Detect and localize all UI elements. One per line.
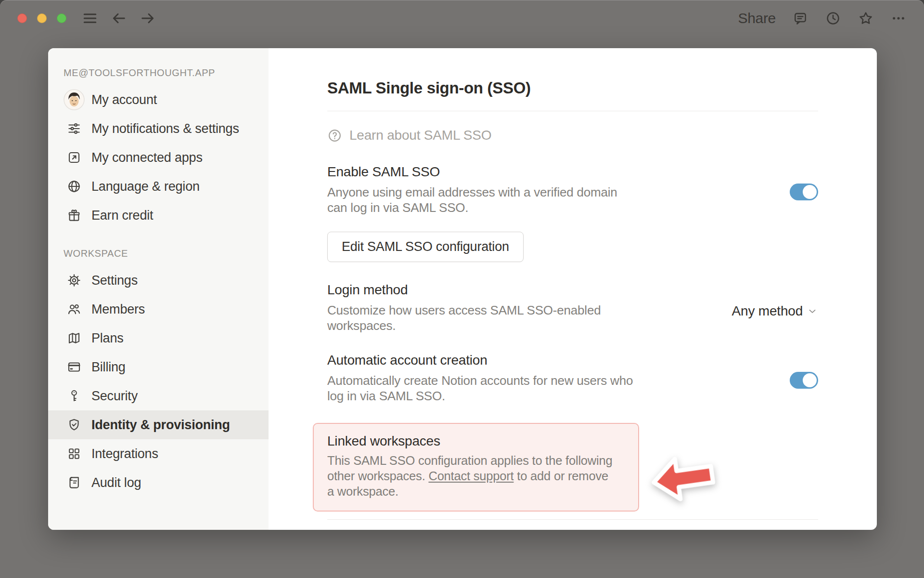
sidebar-item-label: My account (91, 92, 157, 107)
learn-link-label: Learn about SAML SSO (349, 128, 491, 143)
sidebar-item-plans[interactable]: Plans (48, 324, 269, 353)
minimize-window-button[interactable] (37, 13, 47, 23)
login-method-title: Login method (327, 282, 611, 298)
red-annotation-arrow-icon (646, 447, 719, 509)
login-method-value: Any method (732, 303, 803, 319)
sidebar-workspace-list: SettingsMembersPlansBillingSecurityIdent… (48, 266, 269, 497)
auto-account-section: Automatic account creation Automatically… (327, 353, 818, 404)
sidebar-item-my-account[interactable]: My account (48, 85, 269, 114)
linked-workspaces-title: Linked workspaces (327, 434, 625, 449)
sidebar-item-integrations[interactable]: Integrations (48, 439, 269, 468)
toggle-knob (803, 373, 817, 387)
contact-support-link[interactable]: Contact support (428, 469, 513, 483)
linked-workspaces-description: This SAML SSO configuration applies to t… (327, 453, 616, 499)
bottom-divider (327, 519, 818, 520)
share-button[interactable]: Share (738, 10, 776, 26)
shield-check-icon (64, 414, 85, 435)
comment-icon[interactable] (792, 10, 808, 26)
sidebar-item-label: Earn credit (91, 208, 153, 223)
sliders-icon (64, 118, 85, 139)
enable-saml-section: Enable SAML SSO Anyone using email addre… (327, 164, 818, 215)
account-email-header: ME@TOOLSFORTHOUGHT.APP (64, 67, 269, 79)
login-method-text: Login method Customize how users access … (327, 282, 611, 333)
sidebar-item-label: Plans (91, 331, 124, 346)
gift-icon (64, 205, 85, 226)
login-method-section: Login method Customize how users access … (327, 282, 818, 333)
title-divider (327, 111, 818, 111)
page-title: SAML Single sign-on (SSO) (327, 79, 818, 97)
enable-saml-description: Anyone using email addresses with a veri… (327, 184, 638, 215)
enable-saml-title: Enable SAML SSO (327, 164, 638, 180)
login-method-dropdown[interactable]: Any method (732, 303, 818, 319)
arrow-up-right-box-icon (64, 147, 85, 168)
ellipsis-icon[interactable] (890, 10, 907, 26)
auto-account-title: Automatic account creation (327, 353, 635, 368)
sidebar-item-my-notifications-settings[interactable]: My notifications & settings (48, 114, 269, 143)
sidebar-item-label: Members (91, 302, 145, 317)
star-icon[interactable] (858, 10, 874, 26)
clock-icon[interactable] (825, 10, 841, 26)
sidebar-item-label: Audit log (91, 475, 141, 490)
help-circle-icon (327, 128, 342, 143)
workspace-section-header: WORKSPACE (64, 248, 269, 259)
sidebar-item-language-region[interactable]: Language & region (48, 172, 269, 201)
sidebar-item-earn-credit[interactable]: Earn credit (48, 201, 269, 230)
enable-saml-toggle[interactable] (790, 184, 818, 200)
sidebar-item-label: Identity & provisioning (91, 418, 230, 433)
toggle-knob (803, 185, 817, 199)
settings-sidebar: ME@TOOLSFORTHOUGHT.APP My accountMy noti… (48, 48, 269, 530)
screen: Share ME@TOOLSFORTHOUGHT.APP My accountM… (0, 0, 924, 578)
back-arrow-icon[interactable] (111, 10, 127, 26)
titlebar: Share (0, 0, 924, 37)
enable-saml-text: Enable SAML SSO Anyone using email addre… (327, 164, 638, 215)
sidebar-item-security[interactable]: Security (48, 381, 269, 410)
members-icon (64, 299, 85, 320)
window-controls (17, 13, 66, 23)
learn-about-saml-link[interactable]: Learn about SAML SSO (327, 128, 491, 143)
forward-arrow-icon[interactable] (140, 10, 156, 26)
edit-saml-config-button[interactable]: Edit SAML SSO configuration (327, 232, 524, 262)
sidebar-item-label: Language & region (91, 179, 200, 194)
close-window-button[interactable] (17, 13, 27, 23)
globe-icon (64, 176, 85, 197)
scroll-icon (64, 472, 85, 493)
chevron-down-icon (807, 305, 818, 317)
settings-content: SAML Single sign-on (SSO) Learn about SA… (269, 48, 877, 530)
sidebar-item-settings[interactable]: Settings (48, 266, 269, 295)
sidebar-item-members[interactable]: Members (48, 295, 269, 324)
linked-workspaces-highlight-box: Linked workspaces This SAML SSO configur… (313, 423, 639, 512)
sidebar-item-label: Settings (91, 273, 138, 288)
auto-account-description: Automatically create Notion accounts for… (327, 373, 635, 404)
sidebar-item-label: Security (91, 389, 138, 404)
titlebar-actions (792, 10, 907, 26)
sidebar-item-my-connected-apps[interactable]: My connected apps (48, 143, 269, 172)
sidebar-item-audit-log[interactable]: Audit log (48, 468, 269, 497)
menu-icon[interactable] (82, 10, 98, 26)
map-icon (64, 328, 85, 349)
sidebar-item-label: My connected apps (91, 150, 203, 165)
app-window: Share ME@TOOLSFORTHOUGHT.APP My accountM… (0, 0, 924, 578)
gear-icon (64, 270, 85, 291)
sidebar-item-identity-provisioning[interactable]: Identity & provisioning (48, 410, 269, 439)
key-icon (64, 385, 85, 407)
auto-account-text: Automatic account creation Automatically… (327, 353, 635, 404)
login-method-description: Customize how users access SAML SSO-enab… (327, 302, 611, 333)
zoom-window-button[interactable] (57, 13, 66, 23)
sidebar-item-label: Billing (91, 360, 126, 375)
grid-icon (64, 443, 85, 464)
sidebar-item-billing[interactable]: Billing (48, 353, 269, 381)
sidebar-item-label: Integrations (91, 447, 158, 461)
settings-modal: ME@TOOLSFORTHOUGHT.APP My accountMy noti… (48, 48, 877, 530)
avatar-icon (64, 89, 85, 110)
credit-card-icon (64, 356, 85, 378)
sidebar-account-list: My accountMy notifications & settingsMy … (48, 85, 269, 230)
auto-account-toggle[interactable] (790, 372, 818, 389)
sidebar-item-label: My notifications & settings (91, 121, 239, 136)
